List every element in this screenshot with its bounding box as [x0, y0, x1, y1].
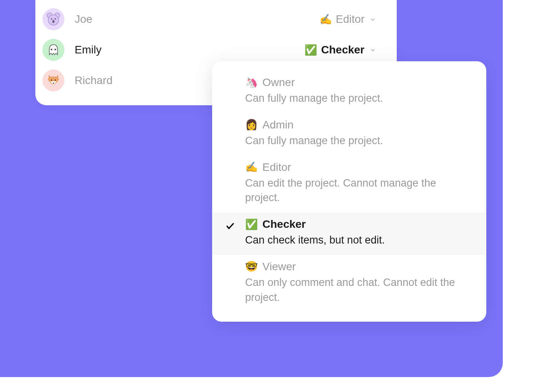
editor-emoji-icon: ✍️ [319, 13, 332, 26]
role-option-title: Owner [262, 76, 295, 89]
role-option-admin[interactable]: 👩 Admin Can fully manage the project. [212, 113, 486, 156]
role-option-desc: Can fully manage the project. [245, 91, 474, 106]
svg-point-2 [48, 15, 59, 26]
role-option-checker[interactable]: ✅ Checker Can check items, but not edit. [212, 212, 486, 255]
member-left: Joe [42, 8, 92, 30]
role-option-desc: Can fully manage the project. [245, 134, 474, 148]
role-option-desc: Can only comment and chat. Cannot edit t… [245, 275, 474, 305]
role-label: Checker [321, 44, 365, 56]
member-name: Richard [75, 74, 112, 87]
member-name: Joe [75, 13, 92, 26]
member-row-emily: Emily ✅ Checker [42, 35, 377, 65]
avatar-ghost [42, 39, 64, 61]
role-option-title-row: ✍️ Editor [245, 161, 474, 174]
svg-point-6 [51, 49, 52, 50]
role-option-viewer[interactable]: 🤓 Viewer Can only comment and chat. Cann… [212, 255, 486, 312]
avatar-koala [42, 8, 64, 30]
unicorn-emoji-icon: 🦄 [245, 77, 258, 89]
role-option-title-row: 🤓 Viewer [245, 260, 474, 273]
writing-hand-emoji-icon: ✍️ [245, 161, 258, 173]
role-option-owner[interactable]: 🦄 Owner Can fully manage the project. [212, 71, 486, 113]
role-selector-emily[interactable]: ✅ Checker [304, 44, 377, 56]
role-option-editor[interactable]: ✍️ Editor Can edit the project. Cannot m… [212, 156, 486, 213]
role-label: Editor [336, 13, 365, 26]
chevron-down-icon [368, 15, 377, 24]
svg-point-8 [51, 79, 52, 81]
role-option-desc: Can edit the project. Cannot manage the … [245, 176, 474, 206]
svg-point-9 [55, 79, 56, 81]
checker-emoji-icon: ✅ [304, 44, 317, 56]
svg-point-4 [55, 18, 56, 20]
member-left: Emily [42, 39, 101, 61]
chevron-down-icon [368, 46, 377, 54]
member-name: Emily [75, 44, 101, 56]
svg-point-3 [51, 18, 52, 20]
role-option-title-row: 👩 Admin [245, 119, 474, 131]
role-option-title: Viewer [262, 260, 296, 273]
svg-point-5 [52, 20, 55, 23]
checkmark-icon [225, 220, 236, 231]
canvas: Joe ✍️ Editor Emily [0, 0, 546, 392]
woman-emoji-icon: 👩 [245, 119, 258, 131]
role-option-title: Editor [262, 161, 291, 174]
nerd-emoji-icon: 🤓 [245, 260, 258, 273]
role-option-title: Checker [262, 218, 306, 231]
role-option-title-row: ✅ Checker [245, 218, 474, 231]
check-emoji-icon: ✅ [245, 218, 258, 231]
role-option-title-row: 🦄 Owner [245, 76, 474, 89]
role-option-desc: Can check items, but not edit. [245, 233, 474, 248]
role-selector-joe[interactable]: ✍️ Editor [319, 13, 377, 26]
role-option-title: Admin [262, 119, 293, 131]
svg-point-7 [55, 49, 56, 50]
role-dropdown: 🦄 Owner Can fully manage the project. 👩 … [212, 61, 486, 322]
avatar-fox [42, 70, 64, 92]
svg-point-10 [53, 82, 54, 84]
member-row-joe: Joe ✍️ Editor [42, 4, 377, 35]
member-left: Richard [42, 70, 112, 92]
